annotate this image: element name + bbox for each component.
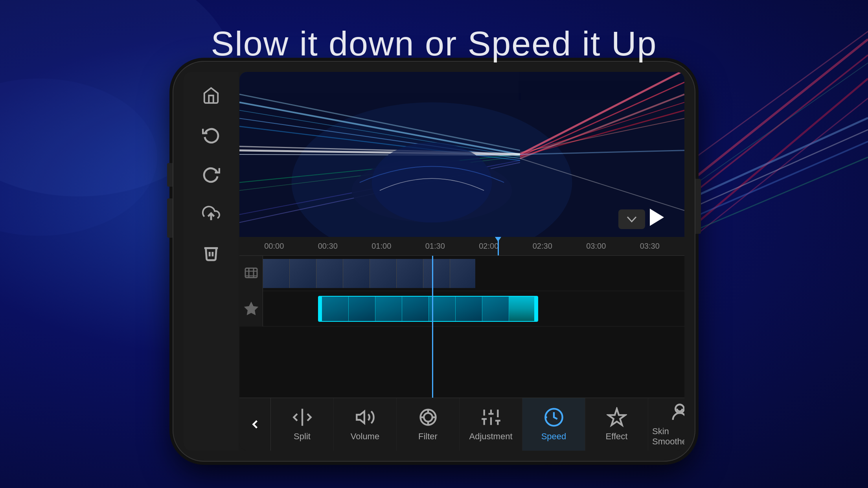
thumb-7	[423, 259, 450, 288]
primary-track-icon	[239, 256, 263, 291]
ruler-mark-5: 02:30	[516, 242, 570, 251]
video-preview	[239, 72, 684, 237]
play-icon	[650, 209, 664, 226]
toolbar-item-volume[interactable]: Volume	[334, 398, 397, 451]
play-button[interactable]	[641, 205, 673, 229]
toolbar-item-skin[interactable]: Skin Smoothener	[648, 398, 684, 451]
svg-point-42	[424, 413, 432, 422]
toolbar-item-speed[interactable]: Speed	[522, 398, 585, 451]
secondary-track-content[interactable]	[263, 291, 684, 326]
primary-track-row[interactable]	[239, 256, 684, 291]
sidebar-export-icon[interactable]	[199, 202, 223, 225]
svg-point-36	[372, 142, 492, 222]
primary-track-content[interactable]	[263, 256, 684, 291]
svg-line-11	[683, 63, 868, 193]
svg-marker-38	[245, 303, 257, 314]
strip-right-handle[interactable]	[534, 297, 537, 321]
left-sidebar	[184, 72, 239, 451]
phone-frame: 00:00 00:30 01:00 01:30 02:00 02:30 03:0…	[173, 61, 695, 462]
secondary-thumb-7	[482, 297, 509, 322]
video-content	[239, 72, 684, 237]
thumb-1	[263, 259, 290, 288]
toolbar-item-filter[interactable]: Filter	[397, 398, 460, 451]
phone-screen: 00:00 00:30 01:00 01:30 02:00 02:30 03:0…	[239, 72, 684, 451]
ruler-mark-6: 03:00	[569, 242, 623, 251]
phone-container: 00:00 00:30 01:00 01:30 02:00 02:30 03:0…	[173, 61, 695, 462]
toolbar-items: Split Volume Filter Adj	[271, 398, 684, 451]
ruler-mark-4: 02:00	[462, 242, 516, 251]
toolbar-item-effect[interactable]: Effect	[585, 398, 648, 451]
secondary-thumb-2	[349, 297, 375, 322]
toolbar-back-button[interactable]	[239, 398, 271, 451]
timeline-ruler: 00:00 00:30 01:00 01:30 02:00 02:30 03:0…	[239, 237, 684, 256]
thumb-3	[316, 259, 343, 288]
svg-marker-40	[357, 411, 364, 423]
toolbar-item-split[interactable]: Split	[271, 398, 334, 451]
sidebar-delete-icon[interactable]	[199, 241, 223, 264]
thumb-4	[343, 259, 370, 288]
strip-left-handle[interactable]	[319, 297, 322, 321]
secondary-thumb-3	[375, 297, 402, 322]
video-strip-primary[interactable]	[263, 259, 475, 288]
secondary-thumb-6	[456, 297, 482, 322]
svg-line-6	[695, 98, 868, 236]
ruler-marks: 00:00 00:30 01:00 01:30 02:00 02:30 03:0…	[247, 242, 677, 251]
secondary-thumb-4	[402, 297, 429, 322]
bottom-toolbar: Split Volume Filter Adj	[239, 398, 684, 451]
timeline-tracks	[239, 256, 684, 398]
secondary-track-icon	[239, 291, 263, 327]
ruler-mark-2: 01:00	[355, 242, 408, 251]
secondary-thumb-1	[322, 297, 349, 322]
ruler-mark-3: 01:30	[408, 242, 462, 251]
ruler-mark-1: 00:30	[301, 242, 355, 251]
thumb-2	[290, 259, 316, 288]
sidebar-redo-icon[interactable]	[199, 162, 223, 186]
playhead-head	[495, 237, 501, 242]
secondary-track-row[interactable]	[239, 291, 684, 327]
sidebar-undo-icon[interactable]	[199, 123, 223, 147]
thumb-6	[397, 259, 423, 288]
sidebar-home-icon[interactable]	[199, 84, 223, 107]
timeline-playhead	[432, 256, 433, 398]
phone-button-volume-down[interactable]	[167, 198, 173, 238]
toolbar-item-adjustment[interactable]: Adjustment	[460, 398, 522, 451]
playhead	[498, 237, 499, 255]
page-title: Slow it down or Speed it Up	[0, 24, 868, 64]
thumb-8	[450, 259, 475, 288]
phone-button-power[interactable]	[695, 179, 701, 234]
ruler-mark-7: 03:30	[623, 242, 677, 251]
phone-button-volume-up[interactable]	[167, 163, 173, 187]
ruler-mark-0: 00:00	[247, 242, 301, 251]
secondary-strip[interactable]	[318, 296, 538, 322]
thumb-5	[370, 259, 397, 288]
